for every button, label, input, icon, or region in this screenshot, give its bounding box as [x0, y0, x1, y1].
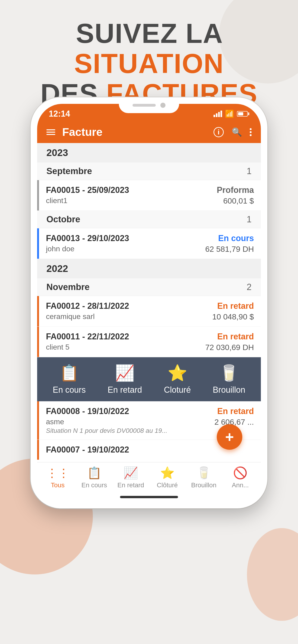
nav-tous[interactable]: ⋮⋮ Tous	[40, 466, 76, 489]
nav-label-ann: Ann...	[232, 482, 249, 489]
invoice-item-fa00012[interactable]: FA00012 - 28/11/2022 ceramique sarl En r…	[37, 296, 261, 327]
invoice-border	[37, 228, 39, 259]
invoice-item-fa00011[interactable]: FA00011 - 22/11/2022 client 5 En retard …	[37, 327, 261, 357]
nav-label-tous: Tous	[51, 482, 65, 489]
invoice-client: client 5	[46, 343, 129, 352]
filter-label-brouillon: Brouillon	[213, 385, 245, 395]
more-options-button[interactable]	[250, 128, 251, 136]
menu-button[interactable]	[47, 129, 55, 135]
filter-en-retard[interactable]: 📈 En retard	[108, 364, 142, 395]
hero-line1-dark: SUIVEZ LA	[76, 18, 222, 49]
month-row-novembre: Novembre 2	[37, 278, 261, 296]
app-bar-title: Facture	[62, 126, 207, 138]
bg-shape-bottom-right	[247, 528, 298, 621]
invoice-status: En retard	[205, 332, 254, 342]
invoice-status: En retard	[214, 406, 254, 416]
filter-label-en-cours: En cours	[53, 385, 86, 395]
month-row-octobre-2023: Octobre 1	[37, 211, 261, 228]
invoice-item-fa00015[interactable]: FA00015 - 25/09/2023 client1 Proforma 60…	[37, 180, 261, 211]
filter-en-cours[interactable]: 📋 En cours	[53, 364, 86, 395]
nav-en-cours[interactable]: 📋 En cours	[76, 466, 112, 489]
filter-bar: 📋 En cours 📈 En retard ⭐ Cloturé 🥛 Broui…	[37, 357, 261, 401]
invoice-border	[37, 440, 39, 460]
notch	[119, 97, 179, 113]
bottom-nav: ⋮⋮ Tous 📋 En cours 📈 En retard ⭐ Clôturé	[37, 462, 261, 492]
star-icon: ⭐	[168, 364, 187, 382]
invoice-amount: 600,01 $	[217, 196, 254, 206]
nav-ann[interactable]: 🚫 Ann...	[222, 466, 258, 489]
invoice-left: FA00013 - 29/10/2023 john doe	[46, 234, 129, 253]
draft-nav-icon: 🥛	[197, 466, 211, 480]
search-button[interactable]: 🔍	[231, 126, 243, 138]
fab-add-button[interactable]: +	[217, 424, 242, 450]
invoice-left: FA00012 - 28/11/2022 ceramique sarl	[46, 301, 129, 321]
invoice-ref: FA00015 - 25/09/2023	[46, 185, 129, 195]
invoice-right: En cours 62 581,79 DH	[205, 234, 254, 254]
info-button[interactable]: i	[213, 127, 224, 137]
invoice-ref: FA00007 - 19/10/2022	[46, 445, 129, 454]
invoice-right: En retard 10 048,90 $	[212, 301, 254, 321]
month-count: 2	[247, 282, 251, 292]
app-bar: Facture i 🔍	[37, 121, 261, 143]
month-label: Septembre	[47, 166, 92, 176]
notch-speaker	[133, 104, 156, 107]
invoice-status: En retard	[212, 301, 254, 311]
invoice-right: En retard 72 030,69 DH	[205, 332, 254, 352]
invoice-content: FA00013 - 29/10/2023 john doe En cours 6…	[39, 228, 261, 259]
hero-title: SUIVEZ LA SITUATION DES FACTURES	[0, 18, 298, 109]
month-count: 1	[247, 214, 251, 224]
invoice-ref: FA00013 - 29/10/2023	[46, 234, 129, 243]
filter-cloture[interactable]: ⭐ Cloturé	[164, 364, 191, 395]
filter-label-cloture: Cloturé	[164, 385, 191, 395]
phone-container: 12:14 📶	[31, 97, 267, 508]
content-area: 2023 Septembre 1 FA00015 -	[37, 143, 261, 502]
invoice-content: FA00011 - 22/11/2022 client 5 En retard …	[39, 327, 261, 357]
invoice-border	[37, 401, 39, 440]
invoice-client: john doe	[46, 244, 129, 253]
app-bar-icons: i 🔍	[213, 126, 251, 138]
notch-camera	[160, 103, 165, 108]
month-row-septembre: Septembre 1	[37, 162, 261, 180]
invoice-status: En cours	[205, 234, 254, 243]
phone-outer: 12:14 📶	[31, 97, 267, 508]
nav-label-brouillon: Brouillon	[191, 482, 216, 489]
invoice-left: FA00015 - 25/09/2023 client1	[46, 185, 129, 205]
year-header-2023: 2023	[37, 143, 261, 162]
invoice-border	[37, 296, 39, 326]
invoice-content: FA00012 - 28/11/2022 ceramique sarl En r…	[39, 296, 261, 326]
invoice-border	[37, 180, 39, 210]
nav-en-retard[interactable]: 📈 En retard	[113, 466, 149, 489]
year-header-2022: 2022	[37, 259, 261, 278]
grid-icon: ⋮⋮	[46, 466, 69, 480]
invoice-ref: FA00012 - 28/11/2022	[46, 301, 129, 311]
nav-label-en-cours: En cours	[82, 482, 107, 489]
clipboard-icon: 📋	[59, 364, 79, 382]
invoice-amount: 72 030,69 DH	[205, 343, 254, 352]
month-label: Octobre	[47, 214, 80, 224]
status-icons: 📶	[213, 110, 249, 118]
star-nav-icon: ⭐	[160, 466, 175, 480]
invoice-ref: FA00008 - 19/10/2022	[46, 406, 167, 416]
invoice-border	[37, 327, 39, 357]
invoice-item-fa00013[interactable]: FA00013 - 29/10/2023 john doe En cours 6…	[37, 228, 261, 259]
invoice-content: FA00015 - 25/09/2023 client1 Proforma 60…	[39, 180, 261, 210]
invoice-client: client1	[46, 196, 129, 205]
invoice-right: Proforma 600,01 $	[217, 185, 254, 206]
invoice-ref: FA00011 - 22/11/2022	[46, 332, 129, 342]
invoice-left: FA00011 - 22/11/2022 client 5	[46, 332, 129, 352]
filter-brouillon[interactable]: 🥛 Brouillon	[213, 364, 245, 395]
home-indicator	[120, 496, 178, 498]
nav-brouillon[interactable]: 🥛 Brouillon	[185, 466, 222, 489]
invoice-client: ceramique sarl	[46, 312, 129, 321]
nav-label-cloture: Clôturé	[157, 482, 178, 489]
pulse-nav-icon: 📈	[123, 466, 138, 480]
wifi-icon: 📶	[225, 110, 234, 118]
month-label: Novembre	[47, 282, 90, 292]
nav-cloture[interactable]: ⭐ Clôturé	[149, 466, 185, 489]
invoice-client: asme	[46, 418, 167, 426]
signal-icon	[213, 110, 222, 117]
month-count: 1	[247, 166, 251, 176]
time-display: 12:14	[49, 109, 70, 119]
battery-icon	[237, 111, 249, 116]
phone-screen: 12:14 📶	[37, 104, 261, 502]
